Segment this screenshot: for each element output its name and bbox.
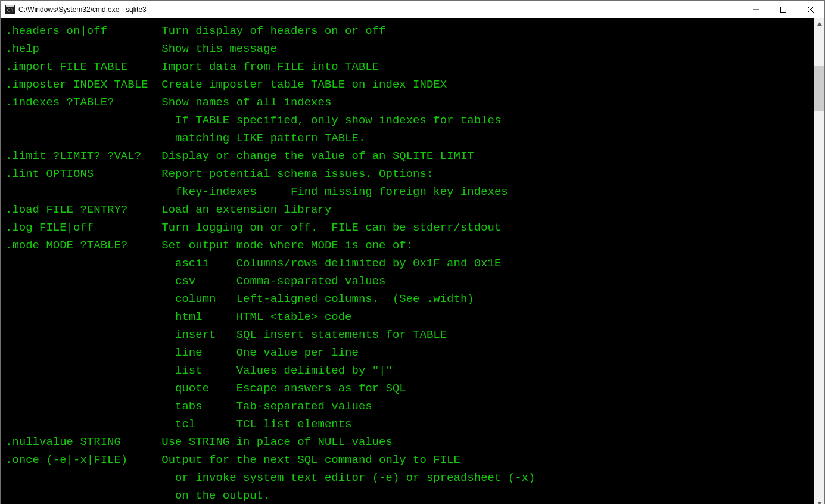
terminal-output[interactable]: .headers on|off Turn display of headers …	[1, 18, 814, 504]
svg-rect-1	[6, 5, 14, 7]
cmd-window: C:\ C:\Windows\System32\cmd.exe - sqlite…	[0, 0, 825, 504]
svg-marker-7	[817, 22, 822, 26]
client-area: .headers on|off Turn display of headers …	[1, 18, 824, 504]
svg-marker-8	[817, 502, 822, 505]
scroll-thumb[interactable]	[814, 66, 824, 111]
maximize-button[interactable]	[770, 1, 797, 18]
vertical-scrollbar[interactable]	[814, 18, 824, 504]
titlebar[interactable]: C:\ C:\Windows\System32\cmd.exe - sqlite…	[1, 1, 824, 18]
close-button[interactable]	[797, 1, 824, 18]
svg-rect-4	[781, 7, 786, 12]
window-title: C:\Windows\System32\cmd.exe - sqlite3	[18, 5, 147, 14]
cmd-icon: C:\	[5, 5, 15, 14]
svg-text:C:\: C:\	[7, 8, 14, 13]
scroll-down-arrow-icon[interactable]	[814, 498, 824, 504]
scroll-up-arrow-icon[interactable]	[814, 18, 824, 29]
minimize-button[interactable]	[742, 1, 770, 18]
